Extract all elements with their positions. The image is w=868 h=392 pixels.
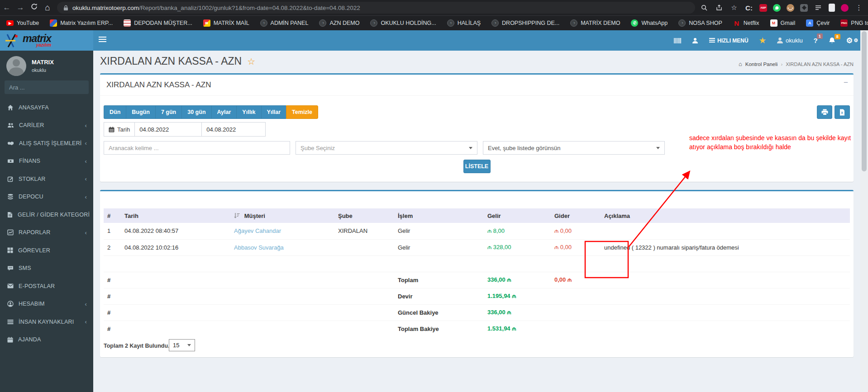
- sidebar-item-epostalar[interactable]: E-POSTALAR: [0, 277, 93, 295]
- row-operation: Gelir: [394, 223, 484, 239]
- range-yesterday-button[interactable]: Dün: [104, 105, 126, 119]
- date-label: Tarih: [104, 123, 135, 136]
- sort-amount-icon[interactable]: [234, 213, 240, 218]
- sidebar-item-depocu[interactable]: DEPOCU‹: [0, 188, 93, 206]
- branch-visibility-select[interactable]: Evet, şube listede görünsün: [483, 141, 665, 155]
- columns-icon[interactable]: [674, 38, 681, 44]
- range-today-button[interactable]: Bugün: [126, 105, 155, 119]
- sidebar-toggle-icon[interactable]: [99, 37, 106, 43]
- favorite-star-icon[interactable]: ★: [759, 36, 766, 45]
- page-size-select[interactable]: 15: [169, 339, 195, 351]
- browser-menu-icon[interactable]: ⋮: [854, 3, 863, 12]
- help-button[interactable]: ? 1: [814, 37, 818, 44]
- file-icon: [7, 212, 13, 218]
- sidebar-search-input[interactable]: [5, 84, 93, 91]
- reload-icon[interactable]: [27, 3, 41, 12]
- range-months-button[interactable]: Aylar: [211, 105, 237, 119]
- range-7days-button[interactable]: 7 gün: [155, 105, 181, 119]
- range-years-button[interactable]: Yıllar: [261, 105, 286, 119]
- bookmark-translate[interactable]: AÇevir: [806, 19, 830, 27]
- sidebar-item-stoklar[interactable]: STOKLAR‹: [0, 170, 93, 188]
- adblock-extension-icon[interactable]: ABP: [759, 4, 767, 12]
- range-30days-button[interactable]: 30 gün: [181, 105, 211, 119]
- date-to-input[interactable]: [202, 123, 265, 136]
- forward-icon[interactable]: →: [14, 3, 27, 12]
- avatar-extension-icon[interactable]: •‿•: [787, 4, 794, 12]
- bookmark-matrix-mail[interactable]: ✉MATRİX MAİL: [203, 19, 249, 27]
- page-scrollbar[interactable]: [860, 30, 868, 392]
- sidepanel-extension-icon[interactable]: [829, 4, 835, 12]
- bookmark-okuklu-holding[interactable]: ◔OKUKLU HOLDİNG...: [370, 19, 436, 27]
- app-logo[interactable]: matrix yazılım: [0, 30, 93, 51]
- png-icon: PNG: [840, 19, 848, 27]
- favorite-outline-star-icon[interactable]: ☆: [247, 56, 255, 67]
- col-branch[interactable]: Şube: [334, 208, 394, 223]
- search-tabs-icon[interactable]: [700, 3, 709, 12]
- date-from-input[interactable]: [135, 123, 202, 136]
- share-icon[interactable]: [715, 3, 724, 12]
- bookmark-dropshipping[interactable]: ◔DROPSHIPPING DE...: [491, 19, 559, 27]
- bookmark-halilas[interactable]: ◔HALİLAŞ: [447, 19, 481, 27]
- branch-select[interactable]: Şube Seçiniz: [296, 141, 477, 155]
- excel-export-button[interactable]: X: [835, 105, 850, 119]
- clear-button[interactable]: Temizle: [286, 105, 318, 119]
- colorzilla-extension-icon[interactable]: C:: [744, 3, 754, 12]
- profile-avatar[interactable]: [841, 4, 849, 12]
- sidebar-item-finans[interactable]: FİNANS‹: [0, 152, 93, 170]
- customer-link[interactable]: Abbasov Suvarağa: [234, 244, 284, 251]
- lock-icon: [63, 5, 68, 11]
- bookmark-matrix-demo[interactable]: ◔MATRİX DEMO: [570, 19, 620, 27]
- bookmark-star-icon[interactable]: ☆: [730, 3, 739, 12]
- whatsapp-extension-icon[interactable]: [773, 4, 781, 12]
- sidebar-item-raporlar[interactable]: RAPORLAR‹: [0, 224, 93, 242]
- range-yearly-button[interactable]: Yıllık: [236, 105, 261, 119]
- print-button[interactable]: [817, 105, 832, 119]
- sidebar-item-gelir-gider[interactable]: GELİR / GİDER KATEGORİ: [0, 206, 93, 224]
- collapse-icon[interactable]: −: [844, 78, 848, 87]
- col-date[interactable]: Tarih: [121, 208, 230, 223]
- bookmark-matrix-erp[interactable]: Matrix Yazılım ERP...: [50, 19, 113, 27]
- user-menu[interactable]: okuklu: [777, 37, 803, 44]
- keyword-input[interactable]: [104, 141, 290, 155]
- col-income[interactable]: Gelir: [484, 208, 551, 223]
- col-expense[interactable]: Gider: [551, 208, 601, 223]
- scrollbar-thumb[interactable]: [862, 31, 867, 171]
- bookmark-whatsapp[interactable]: ✆WhatsApp: [631, 19, 668, 27]
- bookmark-png-to-pdf[interactable]: PNGPNG to PDF – Conv...: [840, 19, 868, 27]
- bookmark-azn-demo[interactable]: ◔AZN DEMO: [319, 19, 359, 27]
- globe-favicon: ◔: [447, 19, 454, 27]
- sidebar-item-ajanda[interactable]: AJANDA: [0, 331, 93, 349]
- col-customer[interactable]: Müşteri: [230, 208, 334, 223]
- bookmark-gmail[interactable]: MGmail: [770, 19, 796, 27]
- col-description[interactable]: Açıklama: [601, 208, 850, 223]
- col-operation[interactable]: İşlem: [394, 208, 484, 223]
- results-panel: # Tarih Müşteri Şube İşlem Gelir Gider A…: [100, 190, 854, 357]
- envelope-icon: [7, 283, 14, 288]
- quick-menu-button[interactable]: HIZLI MENÜ: [709, 38, 749, 44]
- extension-puzzle-icon[interactable]: [800, 4, 808, 12]
- bookmark-youtube[interactable]: ▶YouTube: [6, 20, 39, 26]
- bookmark-depodan[interactable]: DEPODAN MÜŞTER...: [124, 19, 192, 27]
- playlist-extension-icon[interactable]: [814, 3, 823, 12]
- back-icon[interactable]: ←: [0, 3, 14, 12]
- bookmark-admin-panel[interactable]: ◔ADMİN PANEL: [260, 19, 309, 27]
- breadcrumb-home[interactable]: Kontrol Paneli: [745, 61, 778, 67]
- customer-link[interactable]: Ağayev Cahandar: [234, 227, 281, 234]
- sidebar-item-gorevler[interactable]: GÖREVLER: [0, 241, 93, 260]
- home-icon[interactable]: ⌂: [41, 3, 54, 13]
- notifications-button[interactable]: 8: [829, 37, 835, 44]
- bookmark-netflix[interactable]: NNetflix: [733, 19, 759, 27]
- sidebar-item-cariler[interactable]: CARİLER‹: [0, 117, 93, 135]
- sidebar-item-sms[interactable]: SMS: [0, 260, 93, 278]
- sidebar-item-insan-kaynaklari[interactable]: İNSAN KAYNAKLARI‹: [0, 313, 93, 331]
- user-icon[interactable]: [692, 38, 698, 44]
- address-bar[interactable]: okuklu.matrixotoerp.com/Report/banka_ana…: [57, 2, 695, 14]
- sidebar-item-alis-satis[interactable]: ALIŞ SATIŞ İŞLEMLERİ‹: [0, 134, 93, 152]
- sidebar-item-hesabim[interactable]: HESABIM‹: [0, 295, 93, 313]
- current-balance-row: # Güncel Bakiye 336,00 ₼: [104, 304, 850, 321]
- settings-gears-icon[interactable]: ⚙⚙: [846, 36, 858, 45]
- bookmark-nosa-shop[interactable]: ◔NOSA SHOP: [678, 19, 722, 27]
- sidebar-item-anasayfa[interactable]: ANASAYFA: [0, 99, 93, 117]
- row-income: ₼ 328,00: [484, 239, 551, 255]
- list-button[interactable]: LİSTELE: [463, 160, 491, 173]
